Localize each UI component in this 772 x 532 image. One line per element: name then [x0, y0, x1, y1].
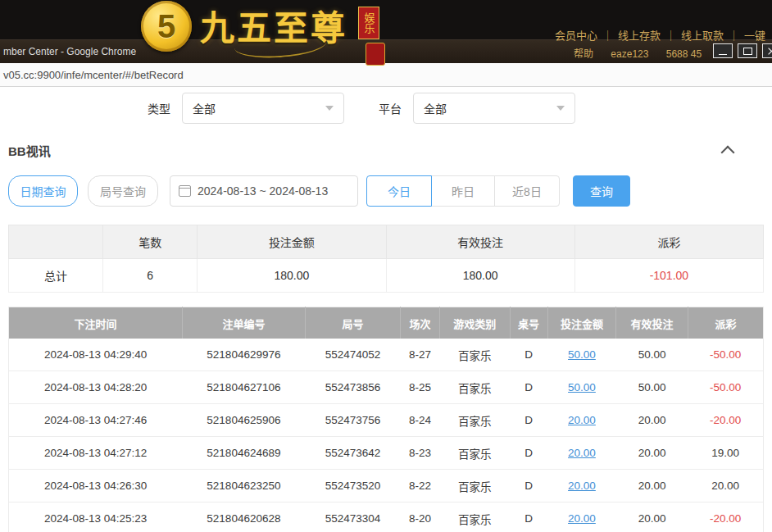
cell-bet-amount: 50.00: [547, 371, 616, 404]
summary-col-header: 笔数: [103, 225, 198, 259]
last-8-days-button[interactable]: 近8日: [494, 175, 560, 207]
section-header: BB视讯: [0, 142, 772, 159]
summary-col-header: [9, 225, 103, 259]
filter-row: 类型 全部 平台 全部: [0, 93, 772, 124]
cell-session: 8-25: [400, 371, 439, 404]
records-col-header: 下注时间: [9, 307, 183, 339]
records-col-header: 注单编号: [182, 307, 305, 339]
records-col-header: 场次: [400, 307, 439, 339]
records-col-header: 游戏类别: [439, 307, 510, 339]
cell-bet-amount: 20.00: [547, 404, 616, 437]
cell-table-no: D: [510, 470, 547, 502]
sub-info-user: eaze123: [611, 48, 648, 60]
bet-amount-link[interactable]: 20.00: [568, 480, 596, 492]
table-row: 2024-08-13 04:26:30 521804623250 5524735…: [9, 470, 764, 502]
window-title-bar: mber Center - Google Chrome 帮助 eaze123 5…: [0, 39, 772, 63]
records-header-row: 下注时间 注单编号 局号 场次 游戏类别 桌号 投注金额 有效投注 派彩: [9, 307, 764, 339]
cell-bet-time: 2024-08-13 04:28:20: [9, 371, 183, 404]
bet-amount-link[interactable]: 50.00: [568, 348, 596, 361]
url-text: v05.cc:9900/infe/mcenter/#/betRecord: [3, 69, 184, 81]
cell-table-no: D: [510, 502, 547, 532]
date-range-value: 2024-08-13 ~ 2024-08-13: [198, 184, 328, 198]
cell-payout: -20.00: [688, 502, 763, 532]
summary-col-header: 投注金额: [198, 225, 386, 259]
search-button[interactable]: 查询: [573, 175, 630, 207]
cell-payout: 19.00: [688, 437, 763, 470]
nav-online-deposit[interactable]: 线上存款: [618, 30, 661, 42]
summary-total-label: 总计: [9, 259, 103, 293]
close-button[interactable]: [762, 43, 772, 58]
summary-total-row: 总计 6 180.00 180.00 -101.00: [9, 259, 764, 293]
summary-col-header: 有效投注: [386, 225, 574, 259]
type-filter-value: 全部: [193, 100, 216, 116]
records-col-header: 桌号: [510, 307, 547, 339]
round-query-button[interactable]: 局号查询: [88, 175, 158, 207]
platform-filter-value: 全部: [424, 100, 447, 116]
records-col-header: 有效投注: [616, 307, 688, 339]
nav-separator: ｜: [729, 30, 739, 42]
cell-table-no: D: [510, 437, 547, 470]
bet-amount-link[interactable]: 20.00: [568, 512, 596, 525]
cell-table-no: D: [510, 371, 547, 404]
records-col-header: 投注金额: [547, 307, 616, 339]
yesterday-button[interactable]: 昨日: [431, 175, 495, 207]
chevron-down-icon: [325, 106, 334, 111]
calendar-icon: [179, 185, 191, 197]
cell-valid-bet: 20.00: [616, 404, 688, 437]
header-sub-info: 帮助 eaze123 5688 45: [574, 46, 716, 60]
table-row: 2024-08-13 04:27:46 521804625906 5524737…: [9, 404, 764, 437]
screen: mber Center - Google Chrome 帮助 eaze123 5…: [0, 0, 772, 532]
today-button[interactable]: 今日: [366, 175, 432, 207]
date-range-input[interactable]: 2024-08-13 ~ 2024-08-13: [170, 175, 358, 207]
bet-amount-link[interactable]: 20.00: [568, 447, 596, 459]
bet-amount-link[interactable]: 20.00: [568, 414, 596, 426]
cell-bet-id: 521804624689: [182, 437, 305, 470]
sub-info-help: 帮助: [574, 48, 593, 60]
collapse-chevron-icon[interactable]: [721, 146, 735, 160]
records-col-header: 局号: [305, 307, 400, 339]
cell-round-no: 552473856: [305, 371, 400, 404]
cell-bet-amount: 20.00: [547, 437, 616, 470]
minimize-icon: [719, 54, 727, 55]
cell-payout: 20.00: [688, 470, 763, 502]
minimize-button[interactable]: [713, 43, 733, 58]
cell-game-type: 百家乐: [439, 339, 510, 371]
cell-bet-amount: 50.00: [547, 339, 616, 371]
cell-round-no: 552473642: [305, 437, 400, 470]
bet-amount-link[interactable]: 50.00: [568, 381, 596, 393]
cell-table-no: D: [510, 339, 547, 371]
cell-game-type: 百家乐: [439, 371, 510, 404]
nav-online-withdraw[interactable]: 线上取款: [681, 30, 724, 42]
cell-game-type: 百家乐: [439, 404, 510, 437]
type-filter-label: 类型: [148, 100, 170, 116]
cell-bet-id: 521804629976: [182, 339, 305, 371]
records-col-header: 派彩: [688, 307, 763, 339]
summary-header-row: 笔数 投注金额 有效投注 派彩: [9, 225, 764, 259]
nav-one-click[interactable]: 一键: [744, 30, 765, 42]
cell-bet-id: 521804627106: [182, 371, 305, 404]
cell-game-type: 百家乐: [439, 502, 510, 532]
top-nav: 会员中心｜线上存款｜线上取款｜一键: [555, 27, 765, 43]
cell-session: 8-22: [400, 470, 439, 502]
date-query-button[interactable]: 日期查询: [8, 175, 78, 207]
window-controls: [713, 43, 772, 58]
cell-bet-time: 2024-08-13 04:27:46: [9, 404, 183, 437]
cell-game-type: 百家乐: [439, 470, 510, 502]
maximize-icon: [743, 48, 752, 55]
cell-table-no: D: [510, 404, 547, 437]
cell-valid-bet: 50.00: [616, 371, 688, 404]
type-filter-select[interactable]: 全部: [182, 93, 344, 124]
address-bar[interactable]: v05.cc:9900/infe/mcenter/#/betRecord: [0, 63, 772, 87]
nav-member-center[interactable]: 会员中心: [555, 30, 597, 42]
summary-table: 笔数 投注金额 有效投注 派彩 总计 6 180.00 180.00 -101.…: [8, 225, 764, 293]
query-row: 日期查询 局号查询 2024-08-13 ~ 2024-08-13 今日 昨日 …: [8, 175, 772, 207]
cell-bet-time: 2024-08-13 04:26:30: [9, 470, 183, 502]
cell-round-no: 552473520: [305, 470, 400, 502]
cell-session: 8-23: [400, 437, 439, 470]
cell-bet-amount: 20.00: [547, 470, 616, 502]
cell-bet-id: 521804620628: [182, 502, 305, 532]
platform-filter-select[interactable]: 全部: [413, 93, 575, 124]
maximize-button[interactable]: [738, 43, 757, 58]
cell-round-no: 552473756: [305, 404, 400, 437]
cell-round-no: 552473304: [305, 502, 400, 532]
